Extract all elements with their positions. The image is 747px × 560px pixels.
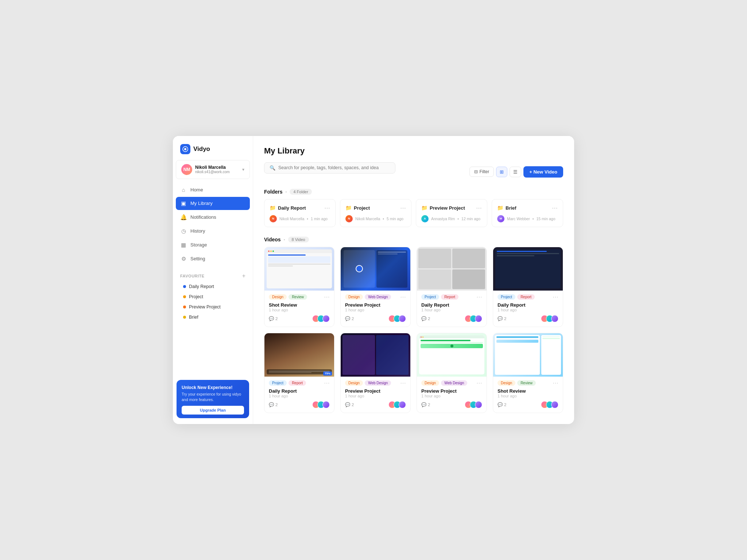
video-more-button[interactable]: ⋯ (476, 294, 482, 300)
video-tags: Project Report (269, 380, 306, 386)
videos-badge: 8 Video (288, 237, 309, 242)
folder-card-daily-report[interactable]: 📁 Daily Report ⋯ N Nikoli Marcella • 1 m… (264, 199, 336, 227)
sidebar-item-home[interactable]: ⌂ Home (176, 183, 250, 196)
folder-dot: • (307, 217, 308, 221)
folder-user-avatar: M (497, 215, 504, 222)
folder-more-button[interactable]: ⋯ (552, 205, 558, 211)
video-more-button[interactable]: ⋯ (476, 380, 482, 386)
video-card-preview-project-2[interactable]: Design Web Design ⋯ Preview Project 1 ho… (340, 333, 411, 413)
sidebar-item-label: Setting (190, 256, 205, 261)
toolbar: ⊟ Filter ⊞ ☰ + New Video (469, 166, 563, 178)
app-container: Vidyo NM Nikoli Marcella nikoli.s41@work… (173, 136, 574, 424)
tag-report: Report (517, 294, 535, 300)
video-time: 1 hour ago (269, 308, 330, 312)
folder-more-button[interactable]: ⋯ (400, 205, 406, 211)
avatar (475, 401, 482, 408)
video-tags: Design Web Design (345, 380, 391, 386)
video-thumbnail (341, 333, 410, 377)
folder-name: Brief (506, 205, 516, 211)
new-video-button[interactable]: + New Video (523, 166, 563, 178)
video-time: 1 hour ago (269, 394, 330, 398)
video-title: Daily Report (269, 388, 330, 394)
tag-webdesign: Web Design (441, 380, 467, 386)
folder-more-button[interactable]: ⋯ (324, 205, 330, 211)
user-profile[interactable]: NM Nikoli Marcella nikoli.s41@work.com ▾ (176, 160, 250, 179)
folder-user: Nikoli Marcella (279, 217, 304, 221)
upgrade-card: Unlock New Experience! Try your experien… (177, 380, 249, 418)
favourite-label: Preview Project (189, 304, 221, 310)
tag-design: Design (421, 380, 439, 386)
videos-section-header: Videos • 8 Video (264, 237, 563, 242)
video-thumbnail (417, 333, 487, 377)
sidebar-item-setting[interactable]: ⚙ Setting (176, 252, 250, 265)
grid-icon: ⊞ (500, 169, 504, 175)
video-more-button[interactable]: ⋯ (400, 380, 406, 386)
video-tags: Design Web Design (345, 294, 391, 300)
filter-icon: ⊟ (474, 169, 478, 174)
tag-report: Report (441, 294, 458, 300)
folder-more-button[interactable]: ⋯ (476, 205, 482, 211)
upgrade-title: Unlock New Experience! (182, 385, 244, 390)
search-bar[interactable]: 🔍 (264, 162, 395, 174)
folder-card-brief[interactable]: 📁 Brief ⋯ M Marc Webber • 15 min ago (492, 199, 563, 227)
video-card-daily-report-1[interactable]: Project Report ⋯ Daily Report 1 hour ago… (417, 247, 487, 327)
tag-project: Project (498, 294, 515, 300)
comment-icon: 💬 (345, 402, 350, 407)
tag-webdesign: Web Design (365, 294, 391, 300)
search-input[interactable] (278, 165, 390, 170)
video-more-button[interactable]: ⋯ (553, 294, 558, 300)
sidebar-item-notifications[interactable]: 🔔 Notifications (176, 211, 250, 224)
video-tags: Design Web Design (421, 380, 467, 386)
video-more-button[interactable]: ⋯ (400, 294, 406, 300)
favourite-item-brief[interactable]: Brief (176, 312, 250, 322)
folder-card-preview-project[interactable]: 📁 Preview Project ⋯ A Annastya Rim • 12 … (416, 199, 487, 227)
comment-count: 💬 2 (345, 316, 354, 321)
comment-icon: 💬 (269, 316, 274, 321)
list-view-button[interactable]: ☰ (510, 167, 521, 177)
video-time: 1 hour ago (345, 394, 406, 398)
video-time: 1 hour ago (421, 308, 482, 312)
folder-user-avatar: N (345, 215, 353, 222)
comment-count: 💬 2 (421, 316, 430, 321)
video-time: 1 hour ago (498, 394, 558, 398)
collaborator-avatars (541, 401, 558, 408)
video-title: Preview Project (345, 388, 406, 394)
video-card-daily-report-2[interactable]: Project Report ⋯ Daily Report 1 hour ago… (493, 247, 563, 327)
video-title: Preview Project (421, 388, 482, 394)
video-card-daily-report-3[interactable]: 75% Project Report ⋯ Daily Report 1 hour… (264, 333, 334, 413)
favourite-label: Favourite (180, 274, 205, 278)
add-favourite-button[interactable]: + (242, 273, 245, 279)
tag-webdesign: Web Design (365, 380, 391, 386)
sidebar-item-my-library[interactable]: ▣ My Library (176, 197, 250, 210)
sidebar-item-label: History (190, 228, 205, 234)
sidebar-item-history[interactable]: ◷ History (176, 225, 250, 238)
favourite-item-preview-project[interactable]: Preview Project (176, 302, 250, 312)
video-more-button[interactable]: ⋯ (324, 294, 330, 300)
dot-icon (183, 285, 186, 288)
comment-icon: 💬 (269, 402, 274, 407)
video-card-shot-review-1[interactable]: Design Review ⋯ Shot Review 1 hour ago 💬… (264, 247, 334, 327)
folder-time: 15 min ago (537, 217, 556, 221)
comment-icon: 💬 (421, 316, 426, 321)
filter-button[interactable]: ⊟ Filter (469, 167, 494, 177)
video-more-button[interactable]: ⋯ (324, 380, 330, 386)
video-title: Shot Review (269, 302, 330, 308)
video-card-preview-project-3[interactable]: Design Web Design ⋯ Preview Project 1 ho… (417, 333, 487, 413)
video-card-shot-review-2[interactable]: Design Review ⋯ Shot Review 1 hour ago 💬… (493, 333, 563, 413)
folder-user: Annastya Rim (431, 217, 455, 221)
favourite-item-daily-report[interactable]: Daily Report (176, 281, 250, 292)
collaborator-avatars (388, 401, 406, 408)
logo: Vidyo (173, 136, 253, 160)
user-email: nikoli.s41@work.com (195, 170, 239, 174)
video-more-button[interactable]: ⋯ (553, 380, 558, 386)
sidebar-item-storage[interactable]: ▦ Storage (176, 238, 250, 252)
grid-view-button[interactable]: ⊞ (496, 167, 507, 177)
upgrade-button[interactable]: Upgrade Plan (182, 406, 244, 415)
folder-card-project[interactable]: 📁 Project ⋯ N Nikoli Marcella • 5 min ag… (340, 199, 411, 227)
favourite-item-project[interactable]: Project (176, 292, 250, 302)
video-card-preview-project-1[interactable]: Design Web Design ⋯ Preview Project 1 ho… (340, 247, 411, 327)
folder-icon: 📁 (421, 205, 427, 211)
video-tags: Design Review (269, 294, 307, 300)
chevron-down-icon: ▾ (242, 167, 244, 172)
tag-design: Design (345, 380, 363, 386)
